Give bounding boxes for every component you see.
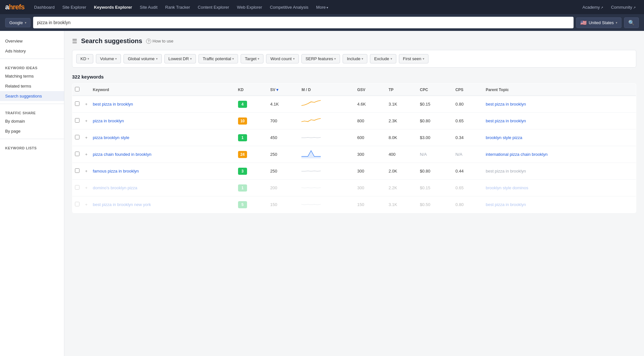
tp-value: 3.1K	[386, 96, 417, 113]
nav-more[interactable]: More	[313, 4, 331, 11]
search-button[interactable]: 🔍	[624, 17, 639, 28]
gsv-value: 300	[355, 163, 386, 180]
parent-topic-link[interactable]: best pizza in brooklyn	[486, 202, 526, 207]
filter-serp-features[interactable]: SERP features ▾	[301, 54, 340, 63]
filter-traffic-potential[interactable]: Traffic potential ▾	[198, 54, 238, 63]
col-select-all[interactable]	[72, 84, 83, 96]
filter-first-seen[interactable]: First seen ▾	[399, 54, 428, 63]
cps-value: 0.44	[453, 163, 483, 180]
gsv-value: 4.6K	[355, 96, 386, 113]
sidebar-item-search-suggestions[interactable]: Search suggestions	[0, 91, 64, 101]
tp-value: 8.0K	[386, 129, 417, 146]
filter-bar: KD ▾ Volume ▾ Global volume ▾ Lowest DR …	[72, 50, 636, 68]
keyword-link[interactable]: best pizza in brooklyn new york	[93, 202, 151, 207]
row-checkbox[interactable]	[75, 168, 79, 173]
sidebar-item-ads-history[interactable]: Ads history	[0, 46, 64, 56]
col-md[interactable]: M / D	[299, 84, 354, 96]
add-keyword-btn[interactable]: +	[83, 113, 90, 129]
filter-kd[interactable]: KD ▾	[76, 54, 93, 63]
col-parent-topic[interactable]: Parent Topic	[483, 84, 636, 96]
col-tp[interactable]: TP	[386, 84, 417, 96]
add-keyword-btn[interactable]: +	[83, 163, 90, 180]
keywords-count: 322 keywords	[72, 74, 104, 80]
filter-exclude[interactable]: Exclude ▾	[370, 54, 396, 63]
add-keyword-btn[interactable]: +	[83, 129, 90, 146]
row-checkbox[interactable]	[75, 135, 79, 139]
keyword-link[interactable]: best pizza in brooklyn	[93, 102, 133, 107]
nav-competitive-analysis[interactable]: Competitive Analysis	[267, 4, 312, 11]
keyword-link[interactable]: domino's brooklyn pizza	[93, 185, 137, 190]
keyword-link[interactable]: famous pizza in brooklyn	[93, 169, 139, 173]
col-sv[interactable]: SV ▾	[268, 84, 299, 96]
row-checkbox[interactable]	[75, 185, 79, 190]
parent-topic-link[interactable]: best pizza in brooklyn	[486, 102, 526, 107]
cps-value: 0.65	[453, 180, 483, 196]
add-keyword-btn[interactable]: +	[83, 180, 90, 196]
col-cpc[interactable]: CPC	[417, 84, 453, 96]
sidebar-item-by-page[interactable]: By page	[0, 126, 64, 136]
select-all-checkbox[interactable]	[75, 87, 79, 91]
keyword-link[interactable]: pizza chain founded in brooklyn	[93, 152, 152, 157]
nav-content-explorer[interactable]: Content Explorer	[195, 4, 233, 11]
col-kd[interactable]: KD	[235, 84, 268, 96]
sv-value: 250	[268, 146, 299, 163]
search-input[interactable]	[37, 20, 570, 25]
sidebar-item-related-terms[interactable]: Related terms	[0, 81, 64, 91]
table-row: + famous pizza in brooklyn 3 250 300 2.0…	[72, 163, 636, 180]
keywords-table: Keyword KD SV ▾ M / D GSV TP CPC CPS Par…	[72, 83, 636, 213]
sparkline-chart	[301, 116, 321, 125]
search-input-wrap	[33, 17, 574, 28]
nav-site-explorer[interactable]: Site Explorer	[59, 4, 89, 11]
keyword-link[interactable]: pizza brooklyn style	[93, 135, 129, 140]
filter-target[interactable]: Target ▾	[241, 54, 263, 63]
ahrefs-logo[interactable]: ahrefs	[5, 3, 24, 11]
col-gsv[interactable]: GSV	[355, 84, 386, 96]
parent-topic-link[interactable]: international pizza chain brooklyn	[486, 152, 547, 157]
row-checkbox[interactable]	[75, 118, 79, 123]
sv-value: 4.1K	[268, 96, 299, 113]
cpc-value: $0.80	[417, 163, 453, 180]
row-checkbox[interactable]	[75, 202, 79, 206]
filter-lowest-dr[interactable]: Lowest DR ▾	[164, 54, 196, 63]
nav-rank-tracker[interactable]: Rank Tracker	[162, 4, 193, 11]
search-engine-selector[interactable]: Google	[5, 18, 31, 27]
filter-include[interactable]: Include ▾	[343, 54, 367, 63]
nav-dashboard[interactable]: Dashboard	[31, 4, 58, 11]
parent-topic-link[interactable]: brooklyn style pizza	[486, 135, 522, 140]
cps-value: 0.80	[453, 96, 483, 113]
add-keyword-btn[interactable]: +	[83, 146, 90, 163]
nav-academy[interactable]: Academy	[579, 4, 606, 11]
sidebar-item-overview[interactable]: Overview	[0, 36, 64, 46]
gsv-value: 600	[355, 129, 386, 146]
nav-web-explorer[interactable]: Web Explorer	[234, 4, 265, 11]
parent-topic-link[interactable]: brooklyn style dominos	[486, 185, 528, 190]
filter-volume[interactable]: Volume ▾	[96, 54, 121, 63]
nav-keywords-explorer[interactable]: Keywords Explorer	[91, 4, 135, 11]
nav-site-audit[interactable]: Site Audit	[137, 4, 161, 11]
how-to-use-link[interactable]: ? How to use	[146, 39, 173, 44]
sidebar-divider-2	[0, 104, 64, 104]
col-keyword[interactable]: Keyword	[90, 84, 235, 96]
cpc-value: $3.00	[417, 129, 453, 146]
country-selector[interactable]: 🇺🇸 United States	[576, 17, 621, 28]
filter-global-volume[interactable]: Global volume ▾	[124, 54, 161, 63]
sparkline-chart	[301, 99, 321, 108]
hamburger-icon[interactable]: ☰	[72, 38, 77, 45]
col-cps[interactable]: CPS	[453, 84, 483, 96]
add-keyword-btn[interactable]: +	[83, 196, 90, 213]
cps-value: 0.34	[453, 129, 483, 146]
row-checkbox[interactable]	[75, 152, 79, 156]
nav-community[interactable]: Community	[608, 4, 639, 11]
kd-badge: 10	[238, 117, 247, 125]
row-checkbox[interactable]	[75, 101, 79, 106]
country-flag: 🇺🇸	[580, 20, 587, 26]
parent-topic-link[interactable]: best pizza in brooklyn	[486, 118, 526, 123]
add-keyword-btn[interactable]: +	[83, 96, 90, 113]
sidebar-item-by-domain[interactable]: By domain	[0, 116, 64, 126]
kd-badge: 4	[238, 101, 247, 108]
keyword-link[interactable]: pizza in brooklyn	[93, 118, 124, 123]
tp-value: 3.1K	[386, 196, 417, 213]
parent-topic-link[interactable]: best pizza in brooklyn	[486, 169, 526, 173]
filter-word-count[interactable]: Word count ▾	[266, 54, 299, 63]
sidebar-item-matching-terms[interactable]: Matching terms	[0, 71, 64, 81]
